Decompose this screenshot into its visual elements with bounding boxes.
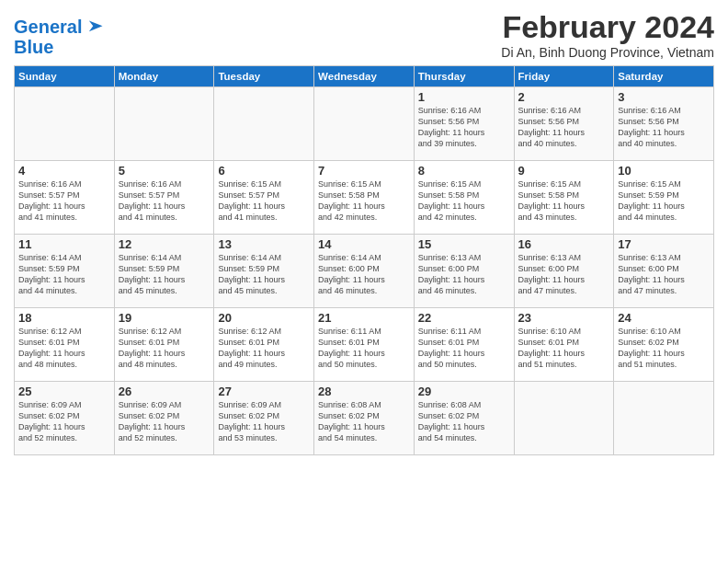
day-number: 13 xyxy=(218,237,310,251)
calendar-cell: 4Sunrise: 6:16 AM Sunset: 5:57 PM Daylig… xyxy=(15,161,115,235)
day-detail: Sunrise: 6:16 AM Sunset: 5:56 PM Dayligh… xyxy=(518,105,610,150)
calendar-cell: 1Sunrise: 6:16 AM Sunset: 5:56 PM Daylig… xyxy=(414,87,514,161)
location-text: Di An, Binh Duong Province, Vietnam xyxy=(501,45,714,60)
calendar-week-4: 18Sunrise: 6:12 AM Sunset: 6:01 PM Dayli… xyxy=(15,308,714,382)
month-title: February 2024 xyxy=(501,9,714,45)
calendar-cell: 27Sunrise: 6:09 AM Sunset: 6:02 PM Dayli… xyxy=(214,382,314,455)
logo-text: General xyxy=(14,17,82,37)
calendar-cell: 3Sunrise: 6:16 AM Sunset: 5:56 PM Daylig… xyxy=(614,87,714,161)
day-number: 7 xyxy=(318,164,410,178)
day-detail: Sunrise: 6:15 AM Sunset: 5:58 PM Dayligh… xyxy=(418,178,510,224)
weekday-header-saturday: Saturday xyxy=(614,66,714,87)
day-number: 20 xyxy=(218,311,310,325)
day-number: 22 xyxy=(418,311,510,325)
day-number: 29 xyxy=(418,385,510,398)
day-number: 17 xyxy=(618,237,710,251)
day-detail: Sunrise: 6:11 AM Sunset: 6:01 PM Dayligh… xyxy=(418,326,510,371)
calendar-cell: 20Sunrise: 6:12 AM Sunset: 6:01 PM Dayli… xyxy=(214,308,314,382)
calendar-cell: 19Sunrise: 6:12 AM Sunset: 6:01 PM Dayli… xyxy=(114,308,214,382)
calendar-cell: 22Sunrise: 6:11 AM Sunset: 6:01 PM Dayli… xyxy=(414,308,514,382)
day-detail: Sunrise: 6:15 AM Sunset: 5:58 PM Dayligh… xyxy=(518,178,610,224)
day-detail: Sunrise: 6:13 AM Sunset: 6:00 PM Dayligh… xyxy=(418,252,510,297)
calendar-cell: 23Sunrise: 6:10 AM Sunset: 6:01 PM Dayli… xyxy=(514,308,614,382)
calendar-cell: 29Sunrise: 6:08 AM Sunset: 6:02 PM Dayli… xyxy=(414,382,514,455)
logo-icon xyxy=(84,17,104,37)
calendar-cell: 7Sunrise: 6:15 AM Sunset: 5:58 PM Daylig… xyxy=(314,161,415,235)
calendar-cell: 24Sunrise: 6:10 AM Sunset: 6:02 PM Dayli… xyxy=(614,308,714,382)
day-detail: Sunrise: 6:15 AM Sunset: 5:58 PM Dayligh… xyxy=(318,178,410,224)
calendar-week-2: 4Sunrise: 6:16 AM Sunset: 5:57 PM Daylig… xyxy=(15,161,714,235)
day-number: 6 xyxy=(218,164,310,178)
page-header: General Blue February 2024 Di An, Binh D… xyxy=(14,9,714,60)
calendar-cell: 28Sunrise: 6:08 AM Sunset: 6:02 PM Dayli… xyxy=(314,382,415,455)
calendar-cell: 26Sunrise: 6:09 AM Sunset: 6:02 PM Dayli… xyxy=(114,382,214,455)
weekday-header-tuesday: Tuesday xyxy=(214,66,314,87)
calendar-week-1: 1Sunrise: 6:16 AM Sunset: 5:56 PM Daylig… xyxy=(15,87,714,161)
day-number: 27 xyxy=(218,385,310,398)
day-number: 19 xyxy=(119,311,210,325)
calendar-cell xyxy=(314,87,415,161)
calendar-body: 1Sunrise: 6:16 AM Sunset: 5:56 PM Daylig… xyxy=(15,87,714,455)
calendar-cell: 2Sunrise: 6:16 AM Sunset: 5:56 PM Daylig… xyxy=(514,87,614,161)
calendar-cell: 10Sunrise: 6:15 AM Sunset: 5:59 PM Dayli… xyxy=(614,161,714,235)
day-number: 12 xyxy=(119,237,210,251)
day-detail: Sunrise: 6:12 AM Sunset: 6:01 PM Dayligh… xyxy=(18,326,110,371)
day-detail: Sunrise: 6:15 AM Sunset: 5:59 PM Dayligh… xyxy=(618,178,710,224)
calendar-table: SundayMondayTuesdayWednesdayThursdayFrid… xyxy=(14,65,714,455)
day-detail: Sunrise: 6:14 AM Sunset: 5:59 PM Dayligh… xyxy=(18,252,110,297)
day-number: 21 xyxy=(318,311,410,325)
weekday-header-wednesday: Wednesday xyxy=(314,66,415,87)
calendar-cell: 12Sunrise: 6:14 AM Sunset: 5:59 PM Dayli… xyxy=(114,235,214,308)
day-number: 18 xyxy=(18,311,110,325)
day-number: 11 xyxy=(18,237,110,251)
day-detail: Sunrise: 6:16 AM Sunset: 5:56 PM Dayligh… xyxy=(618,105,710,150)
day-detail: Sunrise: 6:16 AM Sunset: 5:57 PM Dayligh… xyxy=(18,178,110,224)
calendar-cell xyxy=(514,382,614,455)
calendar-cell: 16Sunrise: 6:13 AM Sunset: 6:00 PM Dayli… xyxy=(514,235,614,308)
day-detail: Sunrise: 6:09 AM Sunset: 6:02 PM Dayligh… xyxy=(119,399,210,444)
calendar-cell: 9Sunrise: 6:15 AM Sunset: 5:58 PM Daylig… xyxy=(514,161,614,235)
day-detail: Sunrise: 6:09 AM Sunset: 6:02 PM Dayligh… xyxy=(218,399,310,444)
day-detail: Sunrise: 6:11 AM Sunset: 6:01 PM Dayligh… xyxy=(318,326,410,371)
day-detail: Sunrise: 6:14 AM Sunset: 5:59 PM Dayligh… xyxy=(119,252,210,297)
calendar-cell: 18Sunrise: 6:12 AM Sunset: 6:01 PM Dayli… xyxy=(15,308,115,382)
calendar-cell: 21Sunrise: 6:11 AM Sunset: 6:01 PM Dayli… xyxy=(314,308,415,382)
svg-marker-0 xyxy=(89,20,103,31)
day-number: 5 xyxy=(119,164,210,178)
day-number: 24 xyxy=(618,311,710,325)
weekday-header-monday: Monday xyxy=(114,66,214,87)
title-area: February 2024 Di An, Binh Duong Province… xyxy=(501,9,714,60)
calendar-cell: 13Sunrise: 6:14 AM Sunset: 5:59 PM Dayli… xyxy=(214,235,314,308)
day-detail: Sunrise: 6:12 AM Sunset: 6:01 PM Dayligh… xyxy=(218,326,310,371)
day-number: 10 xyxy=(618,164,710,178)
day-number: 4 xyxy=(18,164,110,178)
weekday-header-sunday: Sunday xyxy=(15,66,115,87)
calendar-week-5: 25Sunrise: 6:09 AM Sunset: 6:02 PM Dayli… xyxy=(15,382,714,455)
day-detail: Sunrise: 6:14 AM Sunset: 5:59 PM Dayligh… xyxy=(218,252,310,297)
day-detail: Sunrise: 6:08 AM Sunset: 6:02 PM Dayligh… xyxy=(318,399,410,444)
day-number: 26 xyxy=(119,385,210,398)
day-number: 15 xyxy=(418,237,510,251)
logo-blue-text: Blue xyxy=(14,37,104,57)
weekday-header-friday: Friday xyxy=(514,66,614,87)
day-number: 3 xyxy=(618,90,710,104)
day-number: 14 xyxy=(318,237,410,251)
day-number: 8 xyxy=(418,164,510,178)
calendar-cell xyxy=(15,87,115,161)
calendar-cell: 8Sunrise: 6:15 AM Sunset: 5:58 PM Daylig… xyxy=(414,161,514,235)
day-detail: Sunrise: 6:08 AM Sunset: 6:02 PM Dayligh… xyxy=(418,399,510,444)
day-detail: Sunrise: 6:14 AM Sunset: 6:00 PM Dayligh… xyxy=(318,252,410,297)
day-number: 23 xyxy=(518,311,610,325)
day-detail: Sunrise: 6:15 AM Sunset: 5:57 PM Dayligh… xyxy=(218,178,310,224)
calendar-cell xyxy=(114,87,214,161)
day-detail: Sunrise: 6:16 AM Sunset: 5:57 PM Dayligh… xyxy=(119,178,210,224)
calendar-cell xyxy=(614,382,714,455)
day-number: 25 xyxy=(18,385,110,398)
calendar-cell: 25Sunrise: 6:09 AM Sunset: 6:02 PM Dayli… xyxy=(15,382,115,455)
calendar-cell: 5Sunrise: 6:16 AM Sunset: 5:57 PM Daylig… xyxy=(114,161,214,235)
calendar-cell: 17Sunrise: 6:13 AM Sunset: 6:00 PM Dayli… xyxy=(614,235,714,308)
calendar-cell: 6Sunrise: 6:15 AM Sunset: 5:57 PM Daylig… xyxy=(214,161,314,235)
day-detail: Sunrise: 6:13 AM Sunset: 6:00 PM Dayligh… xyxy=(518,252,610,297)
calendar-cell: 11Sunrise: 6:14 AM Sunset: 5:59 PM Dayli… xyxy=(15,235,115,308)
day-number: 9 xyxy=(518,164,610,178)
